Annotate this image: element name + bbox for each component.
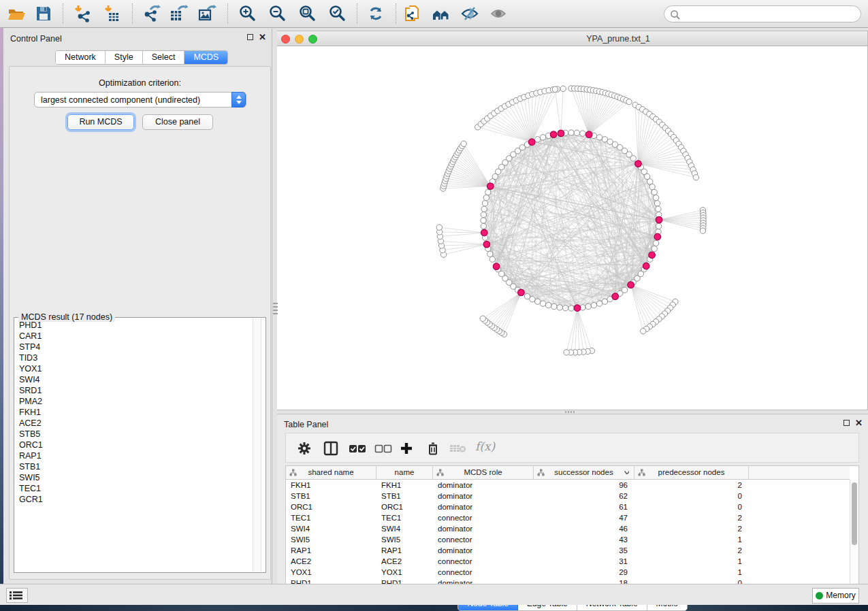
table-scrollbar-thumb[interactable] xyxy=(852,482,857,545)
graph-node[interactable] xyxy=(557,305,562,310)
graph-node[interactable] xyxy=(596,301,602,306)
settings-icon[interactable] xyxy=(297,441,312,456)
export-table-icon[interactable] xyxy=(169,4,188,23)
graph-node[interactable] xyxy=(562,306,568,311)
result-node-item[interactable]: SWI4 xyxy=(19,374,252,385)
graph-node[interactable] xyxy=(481,223,486,229)
graph-node[interactable] xyxy=(436,225,442,230)
graph-hub-node[interactable] xyxy=(574,305,581,312)
graph-node[interactable] xyxy=(630,156,636,161)
result-node-item[interactable]: PMA2 xyxy=(19,396,252,407)
result-node-item[interactable]: TEC1 xyxy=(19,483,252,494)
graph-node[interactable] xyxy=(602,299,607,304)
graph-hub-node[interactable] xyxy=(628,282,634,288)
vertical-splitter[interactable] xyxy=(273,303,278,315)
graph-node[interactable] xyxy=(534,137,540,142)
hide-graphics-icon[interactable] xyxy=(460,4,479,23)
graph-node[interactable] xyxy=(654,201,660,206)
refresh-layout-icon[interactable] xyxy=(366,4,385,23)
graph-hub-node[interactable] xyxy=(643,263,649,269)
table-row[interactable]: YOX1YOX1connector291 xyxy=(286,567,850,578)
tab-mcds[interactable]: MCDS xyxy=(184,51,227,64)
graph-hub-node[interactable] xyxy=(585,131,592,138)
float-panel-icon[interactable] xyxy=(247,34,253,40)
import-network-icon[interactable] xyxy=(72,4,91,23)
graph-node[interactable] xyxy=(574,130,579,135)
graph-node[interactable] xyxy=(560,86,566,91)
graph-node[interactable] xyxy=(568,306,574,311)
graph-hub-node[interactable] xyxy=(550,131,557,138)
close-panel-icon[interactable]: ✕ xyxy=(855,420,863,426)
graph-hub-node[interactable] xyxy=(635,161,642,167)
graph-hub-node[interactable] xyxy=(654,233,661,240)
graph-node[interactable] xyxy=(485,189,491,195)
group-nodes-icon[interactable] xyxy=(432,4,451,23)
graph-node[interactable] xyxy=(489,257,495,262)
mcds-result-scrollbar[interactable] xyxy=(253,318,261,572)
result-node-item[interactable]: TID3 xyxy=(19,352,252,363)
graph-node[interactable] xyxy=(580,131,585,136)
save-session-icon[interactable] xyxy=(34,4,53,23)
optimization-criterion-select[interactable]: largest connected component (undirected) xyxy=(34,92,246,108)
graph-node[interactable] xyxy=(591,302,596,308)
result-node-item[interactable]: ORC1 xyxy=(19,440,252,450)
column-header-successor-nodes[interactable]: successor nodes xyxy=(534,466,634,480)
graph-node[interactable] xyxy=(641,329,646,334)
select-all-icon[interactable] xyxy=(349,443,364,458)
tab-select[interactable]: Select xyxy=(143,51,185,64)
column-header-predecessor-nodes[interactable]: predecessor nodes xyxy=(634,466,749,480)
graph-node[interactable] xyxy=(461,141,466,146)
graph-node[interactable] xyxy=(585,303,591,309)
graph-node[interactable] xyxy=(564,350,569,355)
graph-node[interactable] xyxy=(481,218,486,223)
graph-node[interactable] xyxy=(481,212,486,217)
graph-node[interactable] xyxy=(483,195,489,200)
graph-hub-node[interactable] xyxy=(649,252,656,259)
graph-node[interactable] xyxy=(602,137,607,142)
graph-node[interactable] xyxy=(540,135,545,140)
graph-node[interactable] xyxy=(653,195,658,200)
result-node-item[interactable]: SRD1 xyxy=(19,385,252,396)
result-node-item[interactable]: ACE2 xyxy=(19,418,252,429)
show-graphics-icon[interactable] xyxy=(489,4,508,23)
graph-hub-node[interactable] xyxy=(518,289,525,296)
table-row[interactable]: ACE2ACE2connector311 xyxy=(286,556,850,567)
table-row[interactable]: STB1STB1dominator620 xyxy=(286,491,850,501)
graph-node[interactable] xyxy=(649,184,655,189)
result-node-item[interactable]: FKH1 xyxy=(19,407,252,418)
graph-hub-node[interactable] xyxy=(558,130,564,137)
table-scrollbar[interactable] xyxy=(850,480,858,589)
result-node-item[interactable]: PHD1 xyxy=(19,320,252,331)
graph-hub-node[interactable] xyxy=(481,229,488,236)
graph-node[interactable] xyxy=(534,299,540,304)
zoom-selected-icon[interactable] xyxy=(328,4,347,23)
network-canvas[interactable] xyxy=(277,46,867,382)
float-panel-icon[interactable] xyxy=(843,420,850,426)
graph-node[interactable] xyxy=(545,302,551,308)
show-log-button[interactable] xyxy=(6,588,28,603)
graph-hub-node[interactable] xyxy=(612,293,619,300)
split-panel-icon[interactable] xyxy=(323,441,338,456)
zoom-in-icon[interactable] xyxy=(238,4,257,23)
run-mcds-button[interactable]: Run MCDS xyxy=(67,114,134,130)
graph-node[interactable] xyxy=(596,135,602,140)
maximize-window-traffic-light[interactable] xyxy=(308,35,317,44)
graph-node[interactable] xyxy=(652,189,657,195)
export-image-icon[interactable] xyxy=(197,4,216,23)
result-node-item[interactable]: STP4 xyxy=(19,342,252,352)
column-header-MCDS-role[interactable]: MCDS role xyxy=(433,466,534,480)
memory-button[interactable]: Memory xyxy=(812,588,859,604)
graph-node[interactable] xyxy=(482,201,487,206)
import-table-icon[interactable] xyxy=(102,4,121,23)
graph-node[interactable] xyxy=(551,303,557,309)
graph-hub-node[interactable] xyxy=(493,263,500,270)
column-header-name[interactable]: name xyxy=(376,466,433,480)
graph-node[interactable] xyxy=(700,228,705,233)
graph-hub-node[interactable] xyxy=(487,183,494,190)
result-node-item[interactable]: RAP1 xyxy=(19,450,252,461)
deselect-all-icon[interactable] xyxy=(374,443,389,458)
search-input[interactable] xyxy=(682,7,856,21)
table-row[interactable]: SWI4SWI4dominator462 xyxy=(286,523,850,534)
graph-node[interactable] xyxy=(480,316,485,321)
zoom-out-icon[interactable] xyxy=(268,4,287,23)
